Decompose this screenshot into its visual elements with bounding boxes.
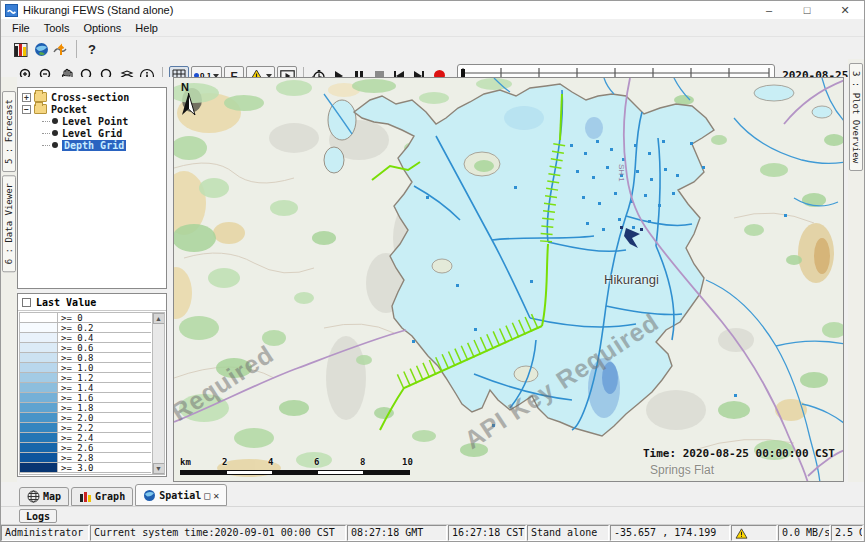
- north-arrow: N: [181, 81, 196, 121]
- legend-color-swatch: [20, 373, 58, 382]
- scale-bar: km 2 4 6 8 10: [180, 457, 416, 475]
- logs-row: Logs: [1, 506, 864, 524]
- main-toolbar: ?: [1, 37, 864, 61]
- scale-tick: 6: [314, 457, 319, 467]
- map-viewport[interactable]: N API Key Required API Key Required Hiku…: [173, 77, 844, 482]
- legend-color-swatch: [20, 443, 58, 452]
- tree-item-level-grid[interactable]: Level Grid: [20, 127, 164, 139]
- minimize-button[interactable]: –: [750, 1, 788, 19]
- tab-label: Graph: [95, 491, 125, 502]
- status-warning[interactable]: [731, 525, 777, 541]
- logs-button[interactable]: Logs: [19, 509, 57, 523]
- folder-icon: [34, 92, 47, 102]
- menu-help[interactable]: Help: [128, 19, 165, 37]
- status-local-time: 16:27:18 CST: [448, 525, 526, 541]
- legend-panel: Last Value >= 0 >= 0.2: [17, 293, 167, 477]
- legend-row: >= 3.0: [20, 463, 151, 473]
- detach-tab-icon[interactable]: □: [204, 490, 210, 501]
- status-coordinates: -35.657 , 174.199: [610, 525, 730, 541]
- status-memory: 2.5 GB: [831, 525, 863, 541]
- timeseries-display-icon[interactable]: [51, 39, 71, 59]
- legend-row: >= 1.0: [20, 363, 151, 373]
- window-title: Hikurangi FEWS (Stand alone): [23, 4, 173, 16]
- spatial-display-icon[interactable]: [31, 39, 51, 59]
- legend-row: >= 2.8: [20, 453, 151, 463]
- legend-row: >= 0: [20, 313, 151, 323]
- legend-row: >= 1.8: [20, 403, 151, 413]
- legend-color-swatch: [20, 323, 58, 332]
- database-display-icon[interactable]: [11, 39, 31, 59]
- legend-row: >= 1.6: [20, 393, 151, 403]
- legend-row: >= 2.4: [20, 433, 151, 443]
- legend-row-label: >= 0.4: [58, 333, 94, 342]
- scale-tick: 10: [402, 457, 413, 467]
- tab-data-viewer[interactable]: 6 : Data Viewer: [2, 175, 16, 272]
- legend-row-label: >= 0: [58, 313, 83, 322]
- tab-label: Spatial: [159, 490, 201, 501]
- legend-color-swatch: [20, 453, 58, 462]
- last-value-checkbox[interactable]: [22, 298, 31, 307]
- globe-icon: [143, 489, 156, 502]
- legend-row: >= 2.0: [20, 413, 151, 423]
- maximize-button[interactable]: □: [788, 1, 826, 19]
- help-button[interactable]: ?: [82, 39, 102, 59]
- close-button[interactable]: ✕: [826, 1, 864, 19]
- menu-options[interactable]: Options: [76, 19, 128, 37]
- status-user: Administrator: [1, 525, 89, 541]
- scale-unit: km: [180, 457, 191, 467]
- tree-item-pocket[interactable]: − Pocket: [20, 103, 164, 115]
- legend-color-swatch: [20, 393, 58, 402]
- legend-row-label: >= 0.8: [58, 353, 94, 362]
- tab-forecast[interactable]: 5 : Forecast: [2, 91, 16, 172]
- legend-color-swatch: [20, 383, 58, 392]
- legend-color-swatch: [20, 433, 58, 442]
- tab-spatial[interactable]: Spatial □ ✕: [135, 484, 227, 506]
- tab-plot-overview[interactable]: 3 : Plot Overview: [849, 63, 863, 171]
- legend-row-label: >= 0.6: [58, 343, 94, 352]
- legend-color-swatch: [20, 313, 58, 322]
- memory-label: 2.5 GB: [835, 527, 863, 538]
- collapse-icon: −: [22, 105, 31, 114]
- legend-row-label: >= 1.6: [58, 393, 94, 402]
- node-bullet-icon: [52, 130, 58, 136]
- status-gmt-time: 08:27:18 GMT: [347, 525, 447, 541]
- legend-row-label: >= 2.8: [58, 453, 94, 462]
- tree-item-depth-grid[interactable]: Depth Grid: [20, 139, 164, 151]
- legend-row-label: >= 2.2: [58, 423, 94, 432]
- legend-row: >= 2.2: [20, 423, 151, 433]
- tree-item-label: Level Point: [62, 116, 128, 127]
- node-bullet-icon: [52, 118, 58, 124]
- tab-map[interactable]: Map: [19, 487, 69, 506]
- toolbar-separator: [76, 40, 77, 58]
- tree-item-label-selected: Depth Grid: [62, 140, 126, 151]
- tree-item-label: Cross-section: [51, 92, 129, 103]
- tree-item-label: Pocket: [51, 104, 87, 115]
- legend-row: >= 2.6: [20, 443, 151, 453]
- legend-row-label: >= 1.0: [58, 363, 94, 372]
- legend-scrollbar[interactable]: ▲ ▼: [152, 313, 164, 474]
- legend-row-label: >= 2.6: [58, 443, 94, 452]
- menu-bar: File Tools Options Help: [1, 19, 864, 37]
- node-bullet-icon: [52, 142, 58, 148]
- menu-file[interactable]: File: [5, 19, 37, 37]
- road-label: SH 1: [617, 164, 626, 182]
- tab-graph[interactable]: Graph: [71, 487, 133, 506]
- place-label: Springs Flat: [650, 463, 714, 477]
- legend-row-label: >= 1.2: [58, 373, 94, 382]
- tree-item-level-point[interactable]: Level Point: [20, 115, 164, 127]
- legend-color-swatch: [20, 333, 58, 342]
- last-value-label: Last Value: [36, 297, 96, 308]
- menu-tools[interactable]: Tools: [37, 19, 77, 37]
- legend-row: >= 0.8: [20, 353, 151, 363]
- close-tab-icon[interactable]: ✕: [213, 490, 219, 501]
- town-label: Hikurangi: [604, 272, 659, 287]
- legend-color-swatch: [20, 463, 58, 472]
- folder-icon: [34, 104, 47, 114]
- scale-segments: [180, 470, 410, 475]
- legend-row-label: >= 2.0: [58, 413, 94, 422]
- scale-tick: 2: [222, 457, 227, 467]
- legend-row-label: >= 1.4: [58, 383, 94, 392]
- legend-list[interactable]: >= 0 >= 0.2 >= 0.4: [19, 312, 165, 475]
- filters-tree: + Cross-section − Pocket Level Point Lev…: [17, 87, 167, 289]
- legend-row-label: >= 1.8: [58, 403, 94, 412]
